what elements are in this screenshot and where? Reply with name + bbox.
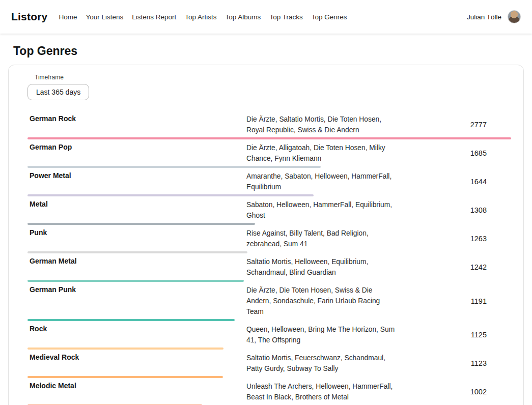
genre-name: Power Metal: [27, 171, 246, 192]
timeframe-label: Timeframe: [35, 74, 511, 81]
nav-item-your-listens[interactable]: Your Listens: [86, 13, 123, 21]
artist-list: Saltatio Mortis, Helloween, Equilibrium,…: [246, 256, 395, 278]
table-row: German Pop Die Ärzte, Alligatoah, Die To…: [27, 139, 511, 168]
genre-bar-track: [27, 166, 511, 168]
genre-bar-track: [27, 194, 511, 196]
genre-name: Medieval Rock: [27, 353, 246, 374]
genre-table: German Rock Die Ärzte, Saltatio Mortis, …: [27, 111, 511, 405]
genre-bar: [27, 348, 223, 350]
genre-bar: [27, 166, 321, 168]
timeframe-select[interactable]: Last 365 days: [27, 84, 89, 100]
genre-bar-track: [27, 319, 511, 321]
listen-count: 1123: [471, 359, 511, 367]
listen-count: 1002: [470, 388, 511, 396]
user-avatar[interactable]: [508, 10, 521, 23]
genre-bar: [27, 280, 244, 282]
genre-bar-track: [27, 137, 511, 139]
table-row: German Metal Saltatio Mortis, Helloween,…: [27, 253, 511, 282]
app-window: Listory HomeYour ListensListens ReportTo…: [0, 0, 532, 405]
genre-name: German Rock: [27, 114, 246, 135]
genre-name: Melodic Metal: [27, 381, 246, 402]
genre-name: German Pop: [27, 142, 246, 164]
user-name[interactable]: Julian Tölle: [467, 13, 501, 21]
app-logo[interactable]: Listory: [11, 11, 47, 23]
artist-list: Rise Against, Billy Talent, Bad Religion…: [246, 228, 395, 249]
nav-item-home[interactable]: Home: [59, 13, 77, 21]
genre-bar: [27, 223, 255, 225]
genre-bar: [27, 319, 235, 321]
genre-bar: [27, 194, 314, 196]
top-genres-card: Timeframe Last 365 days German Rock Die …: [8, 65, 524, 405]
genre-name: Rock: [27, 324, 246, 345]
table-row: Melodic Metal Unleash The Archers, Hello…: [27, 378, 511, 405]
listen-count: 1242: [470, 263, 511, 271]
genre-bar-track: [27, 348, 511, 350]
table-row: German Rock Die Ärzte, Saltatio Mortis, …: [27, 111, 511, 139]
table-row: Rock Queen, Helloween, Bring Me The Hori…: [27, 321, 511, 350]
artist-list: Saltatio Mortis, Feuerschwanz, Schandmau…: [246, 353, 395, 374]
artist-list: Die Ärzte, Saltatio Mortis, Die Toten Ho…: [246, 114, 395, 135]
table-row: Punk Rise Against, Billy Talent, Bad Rel…: [27, 225, 511, 253]
table-row: Power Metal Amaranthe, Sabaton, Hellowee…: [27, 168, 511, 196]
listen-count: 1191: [471, 297, 511, 305]
nav-item-top-tracks[interactable]: Top Tracks: [269, 13, 302, 21]
artist-list: Unleash The Archers, Helloween, HammerFa…: [246, 381, 395, 402]
user-area: Julian Tölle: [467, 10, 521, 23]
genre-bar-track: [27, 280, 511, 282]
artist-list: Sabaton, Helloween, HammerFall, Equilibr…: [246, 199, 395, 221]
listen-count: 2777: [470, 121, 511, 129]
listen-count: 1308: [470, 206, 511, 214]
artist-list: Die Ärzte, Die Toten Hosen, Swiss & Die …: [246, 285, 395, 317]
page-title: Top Genres: [13, 44, 532, 58]
nav-item-top-albums[interactable]: Top Albums: [226, 13, 261, 21]
table-row: German Punk Die Ärzte, Die Toten Hosen, …: [27, 282, 511, 321]
genre-name: Metal: [27, 199, 246, 221]
listen-count: 1125: [471, 331, 511, 339]
genre-name: Punk: [27, 228, 246, 249]
artist-list: Die Ärzte, Alligatoah, Die Toten Hosen, …: [246, 142, 395, 164]
genre-bar: [27, 251, 247, 253]
app-header: Listory HomeYour ListensListens ReportTo…: [0, 0, 532, 34]
genre-bar: [27, 376, 223, 378]
listen-count: 1685: [470, 149, 511, 157]
genre-bar-track: [27, 376, 511, 378]
artist-list: Amaranthe, Sabaton, Helloween, HammerFal…: [246, 171, 395, 192]
genre-bar-track: [27, 251, 511, 253]
nav-item-top-artists[interactable]: Top Artists: [185, 13, 216, 21]
genre-name: German Punk: [27, 285, 246, 317]
table-row: Metal Sabaton, Helloween, HammerFall, Eq…: [27, 196, 511, 225]
artist-list: Queen, Helloween, Bring Me The Horizon, …: [246, 324, 395, 345]
listen-count: 1644: [470, 178, 511, 186]
nav-item-top-genres[interactable]: Top Genres: [312, 13, 347, 21]
nav-item-listens-report[interactable]: Listens Report: [132, 13, 176, 21]
listen-count: 1263: [470, 235, 511, 243]
genre-bar: [27, 137, 511, 139]
genre-bar-track: [27, 223, 511, 225]
top-nav: HomeYour ListensListens ReportTop Artist…: [59, 13, 347, 21]
genre-name: German Metal: [27, 256, 246, 278]
table-row: Medieval Rock Saltatio Mortis, Feuerschw…: [27, 350, 511, 378]
